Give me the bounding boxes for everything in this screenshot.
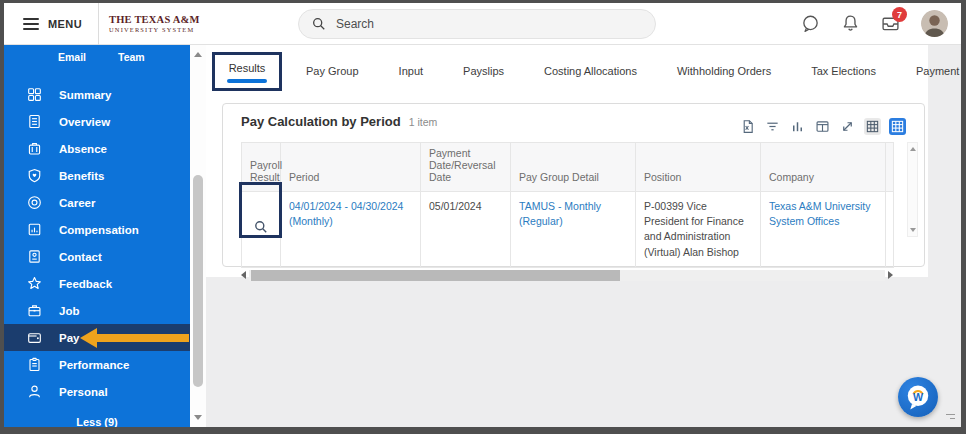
tab-costing-allocations[interactable]: Costing Allocations [524,65,657,77]
position-cell: P-00399 Vice President for Finance and A… [636,192,761,268]
search-icon [312,17,326,31]
search-placeholder: Search [336,17,374,31]
job-briefcase-icon [27,303,42,318]
pay-group-detail-cell: TAMUS - Monthly (Regular) [511,192,636,268]
scroll-up-arrow-icon[interactable] [910,147,916,151]
column-header-position[interactable]: Position [636,143,761,192]
scroll-down-arrow-icon[interactable] [910,228,916,232]
sidebar-item-absence[interactable]: Absence [4,135,190,162]
payment-date-cell: 05/01/2024 [421,192,511,268]
main-content: Results Pay Group Input Payslips Costing… [206,45,961,427]
pay-calculation-table: Payroll Result Period Payment Date/Rever… [241,142,906,282]
expand-icon[interactable] [839,118,856,135]
sidebar-item-job[interactable]: Job [4,297,190,324]
company-link[interactable]: Texas A&M University System Offices [769,200,871,227]
sidebar-item-label: Absence [59,143,107,155]
sidebar-item-pay[interactable]: Pay [4,324,190,351]
table-header-row: Payroll Result Period Payment Date/Rever… [242,143,894,192]
summary-grid-icon [27,87,42,102]
sidebar-item-contact[interactable]: Contact [4,243,190,270]
chat-icon[interactable] [801,14,820,33]
workday-assistant-button[interactable]: W [898,377,938,417]
resize-handle[interactable] [946,411,956,421]
sidebar-item-feedback[interactable]: Feedback [4,270,190,297]
sidebar-item-summary[interactable]: Summary [4,81,190,108]
logo-line1: THE TEXAS A&M [109,14,200,26]
card-title: Pay Calculation by Period [241,114,401,129]
period-cell: 04/01/2024 - 04/30/2024 (Monthly) [281,192,421,268]
sidebar-item-label: Compensation [59,224,139,236]
export-to-excel-icon[interactable] [739,118,756,135]
sidebar-link-email[interactable]: Email [58,51,86,69]
tab-payslips[interactable]: Payslips [443,65,524,77]
sidebar-item-benefits[interactable]: Benefits [4,162,190,189]
sidebar-item-overview[interactable]: Overview [4,108,190,135]
sidebar-item-personal[interactable]: Personal [4,378,190,405]
magnifier-icon[interactable] [254,220,268,234]
table-vertical-scrollbar[interactable] [907,142,918,237]
tab-pay-group[interactable]: Pay Group [286,65,379,77]
column-header-period[interactable]: Period [281,143,421,192]
column-header-payment-date[interactable]: Payment Date/Reversal Date [421,143,511,192]
pay-group-link[interactable]: TAMUS - Monthly (Regular) [519,200,601,227]
table-horizontal-scrollbar[interactable] [241,269,893,282]
scrollbar-thumb[interactable] [251,270,620,281]
tab-withholding-orders[interactable]: Withholding Orders [657,65,791,77]
tab-input[interactable]: Input [379,65,443,77]
benefits-shield-icon [27,168,42,183]
feedback-star-icon [27,276,42,291]
inbox-button[interactable]: 7 [881,14,900,33]
toggle-columns-icon[interactable] [814,118,831,135]
column-header-company[interactable]: Company [761,143,886,192]
column-header-sliver [886,143,894,192]
tab-payment-elections[interactable]: Payment Elections [896,65,966,77]
scrollbar-track[interactable] [249,270,885,281]
inbox-badge: 7 [892,7,907,22]
sidebar-item-label: Pay [59,332,79,344]
overview-doc-icon [27,114,42,129]
menu-button[interactable]: MENU [4,3,98,44]
scroll-up-arrow-icon[interactable] [194,52,202,57]
content-vertical-scrollbar[interactable] [190,45,206,427]
sidebar-item-label: Overview [59,116,110,128]
scroll-down-arrow-icon[interactable] [194,415,202,420]
grid-view-icon[interactable] [889,118,906,135]
sidebar-less-toggle[interactable]: Less (9) [4,405,190,428]
sidebar-item-compensation[interactable]: Compensation [4,216,190,243]
tab-tax-elections[interactable]: Tax Elections [791,65,896,77]
performance-clipboard-icon [27,357,42,372]
scroll-left-arrow-icon[interactable] [241,271,246,279]
header-divider [98,3,99,45]
sidebar-link-team[interactable]: Team [118,51,145,69]
workday-bubble-icon: W [903,382,933,412]
column-header-payroll-result[interactable]: Payroll Result [242,143,281,192]
absence-suitcase-icon [27,141,42,156]
search-input[interactable]: Search [298,9,656,39]
sidebar-item-performance[interactable]: Performance [4,351,190,378]
texas-am-logo[interactable]: THE TEXAS A&M UNIVERSITY SYSTEM [109,14,200,33]
content-panel: Results Pay Group Input Payslips Costing… [206,45,928,277]
grid-toolbar [739,118,906,135]
sidebar-item-career[interactable]: Career [4,189,190,216]
sidebar-item-label: Summary [59,89,111,101]
table-view-icon[interactable] [864,118,881,135]
sidebar-item-label: Benefits [59,170,104,182]
filter-icon[interactable] [764,118,781,135]
notifications-bell-icon[interactable] [841,14,860,33]
pay-wallet-icon [27,330,42,345]
workday-w-label: W [913,391,924,403]
payroll-result-cell[interactable] [242,192,281,268]
column-header-pay-group-detail[interactable]: Pay Group Detail [511,143,636,192]
sidebar-item-label: Career [59,197,95,209]
pay-calculation-card: Pay Calculation by Period 1 item [222,103,925,267]
sliver-cell [886,192,894,268]
tab-results[interactable]: Results [212,52,282,91]
yellow-arrow-annotation [80,328,189,348]
chart-icon[interactable] [789,118,806,135]
hamburger-icon [23,15,39,33]
scroll-right-arrow-icon[interactable] [888,271,893,279]
period-link[interactable]: 04/01/2024 - 04/30/2024 (Monthly) [289,200,403,227]
scrollbar-thumb[interactable] [193,175,203,387]
profile-avatar[interactable] [921,10,948,37]
company-cell: Texas A&M University System Offices [761,192,886,268]
